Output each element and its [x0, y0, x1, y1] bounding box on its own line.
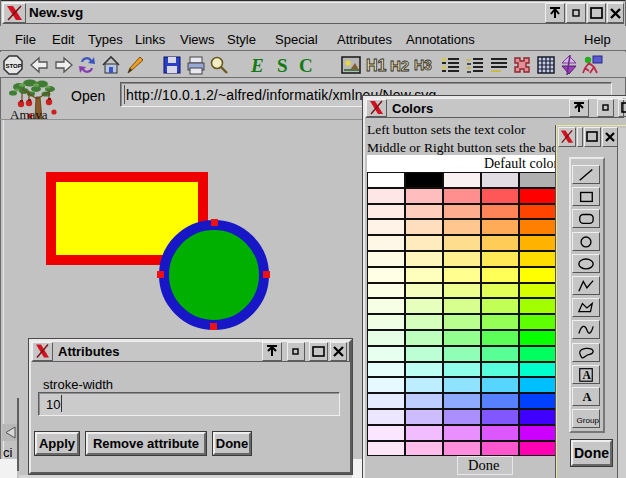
svg-text:A: A — [582, 390, 591, 404]
svg-text:STOP: STOP — [6, 63, 22, 69]
svg-text:A: A — [582, 369, 591, 382]
svg-text:H2: H2 — [390, 57, 409, 74]
svg-text:H1: H1 — [366, 57, 387, 74]
svg-text:S: S — [277, 55, 288, 76]
svg-text:E: E — [250, 55, 264, 76]
svg-text:C: C — [299, 55, 313, 76]
svg-text:Group: Group — [577, 416, 599, 425]
svg-text:H3: H3 — [414, 57, 432, 73]
